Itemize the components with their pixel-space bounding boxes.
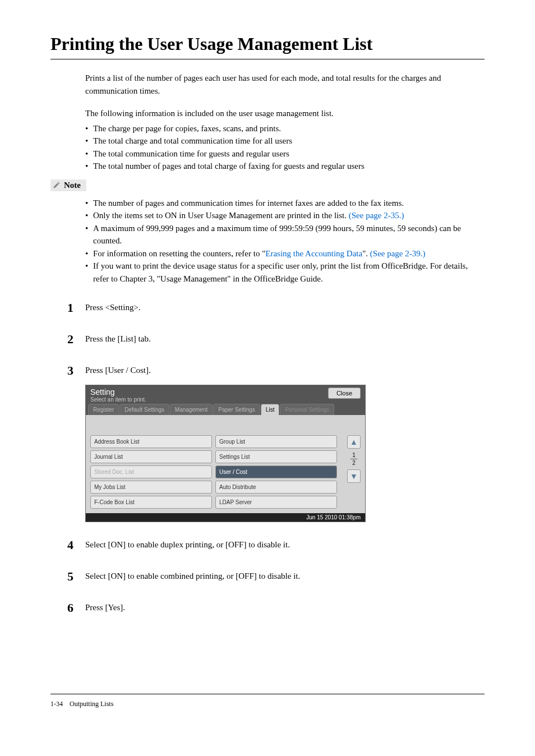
note-bullet-list: The number of pages and communication ti… bbox=[85, 197, 485, 285]
fcode-box-list-button[interactable]: F-Code Box List bbox=[90, 496, 212, 509]
step-number: 4 bbox=[67, 538, 85, 552]
step-number: 5 bbox=[67, 569, 85, 584]
page-link[interactable]: (See page 2-35.) bbox=[349, 211, 404, 220]
chevron-up-icon: ▲ bbox=[350, 437, 358, 446]
device-screenshot: Setting Select an item to print. Close R… bbox=[85, 385, 485, 522]
address-book-list-button[interactable]: Address Book List bbox=[90, 435, 212, 448]
pencil-icon bbox=[53, 181, 61, 189]
section-name: Outputting Lists bbox=[70, 700, 113, 708]
step: 2 Press the [List] tab. bbox=[67, 332, 485, 347]
page-footer: 1-34 Outputting Lists bbox=[50, 694, 485, 708]
step-number: 1 bbox=[67, 301, 85, 315]
step-text: Press <Setting>. bbox=[85, 301, 141, 312]
page-number: 1-34 bbox=[50, 700, 63, 708]
step-text: Select [ON] to enable duplex printing, o… bbox=[85, 538, 290, 550]
screen-subtitle: Select an item to print. bbox=[90, 397, 146, 403]
step: 5 Select [ON] to enable combined printin… bbox=[67, 569, 485, 584]
page-title: Printing the User Usage Management List bbox=[50, 34, 485, 54]
chevron-down-icon: ▼ bbox=[350, 472, 358, 481]
ldap-server-button[interactable]: LDAP Server bbox=[215, 496, 337, 509]
note-bullet: For information on resetting the counter… bbox=[85, 247, 485, 260]
note-bullet: A maximum of 999,999 pages and a maximum… bbox=[85, 222, 485, 247]
info-bullet: The total number of pages and total char… bbox=[85, 160, 485, 173]
step: 3 Press [User / Cost]. bbox=[67, 363, 485, 378]
step-number: 2 bbox=[67, 332, 85, 347]
auto-distribute-button[interactable]: Auto Distribute bbox=[215, 481, 337, 494]
note-bullet: The number of pages and communication ti… bbox=[85, 197, 485, 210]
info-bullet: The total communication time for guests … bbox=[85, 147, 485, 160]
my-jobs-list-button[interactable]: My Jobs List bbox=[90, 481, 212, 494]
tab-register[interactable]: Register bbox=[88, 404, 119, 415]
group-list-button[interactable]: Group List bbox=[215, 435, 337, 448]
step: 6 Press [Yes]. bbox=[67, 601, 485, 615]
note-bullet: Only the items set to ON in User Usage M… bbox=[85, 209, 485, 222]
step-number: 6 bbox=[67, 601, 85, 615]
inline-link[interactable]: Erasing the Accounting Data bbox=[265, 249, 362, 258]
journal-list-button[interactable]: Journal List bbox=[90, 450, 212, 463]
note-badge: Note bbox=[50, 179, 86, 191]
scroll-down-button[interactable]: ▼ bbox=[347, 469, 361, 483]
tab-personal-settings[interactable]: Personal Settings bbox=[280, 404, 334, 415]
page-indicator: 1 2 bbox=[350, 451, 357, 467]
stored-doc-list-button: Stored Doc. List bbox=[90, 465, 212, 478]
tab-management[interactable]: Management bbox=[170, 404, 213, 415]
screen-title: Setting bbox=[90, 388, 146, 397]
scroll-up-button[interactable]: ▲ bbox=[347, 435, 361, 449]
settings-list-button[interactable]: Settings List bbox=[215, 450, 337, 463]
info-bullet-list: The charge per page for copies, faxes, s… bbox=[85, 122, 485, 173]
close-button[interactable]: Close bbox=[328, 388, 361, 399]
screen-body: Address Book List Group List Journal Lis… bbox=[86, 415, 365, 513]
step: 1 Press <Setting>. bbox=[67, 301, 485, 315]
page-link[interactable]: (See page 2-39.) bbox=[370, 249, 426, 258]
intro-text: Prints a list of the number of pages eac… bbox=[85, 72, 485, 97]
step-text: Press [User / Cost]. bbox=[85, 363, 151, 375]
screen-header: Setting Select an item to print. Close bbox=[86, 385, 365, 404]
title-underline bbox=[50, 59, 485, 59]
tab-row: Register Default Settings Management Pap… bbox=[86, 404, 365, 415]
step-text: Press the [List] tab. bbox=[85, 332, 151, 344]
list-intro: The following information is included on… bbox=[85, 107, 485, 120]
info-bullet: The total charge and total communication… bbox=[85, 135, 485, 147]
tab-default-settings[interactable]: Default Settings bbox=[119, 404, 169, 415]
screen-footer-time: Jun 15 2010 01:38pm bbox=[86, 513, 365, 522]
note-bullet: If you want to print the device usage st… bbox=[85, 260, 485, 285]
step-text: Press [Yes]. bbox=[85, 601, 125, 612]
tab-list[interactable]: List bbox=[261, 404, 280, 415]
step: 4 Select [ON] to enable duplex printing,… bbox=[67, 538, 485, 552]
note-label-text: Note bbox=[64, 181, 81, 190]
info-bullet: The charge per page for copies, faxes, s… bbox=[85, 122, 485, 135]
step-text: Select [ON] to enable combined printing,… bbox=[85, 569, 300, 581]
user-cost-button[interactable]: User / Cost bbox=[215, 465, 337, 478]
tab-paper-settings[interactable]: Paper Settings bbox=[213, 404, 260, 415]
step-number: 3 bbox=[67, 363, 85, 378]
